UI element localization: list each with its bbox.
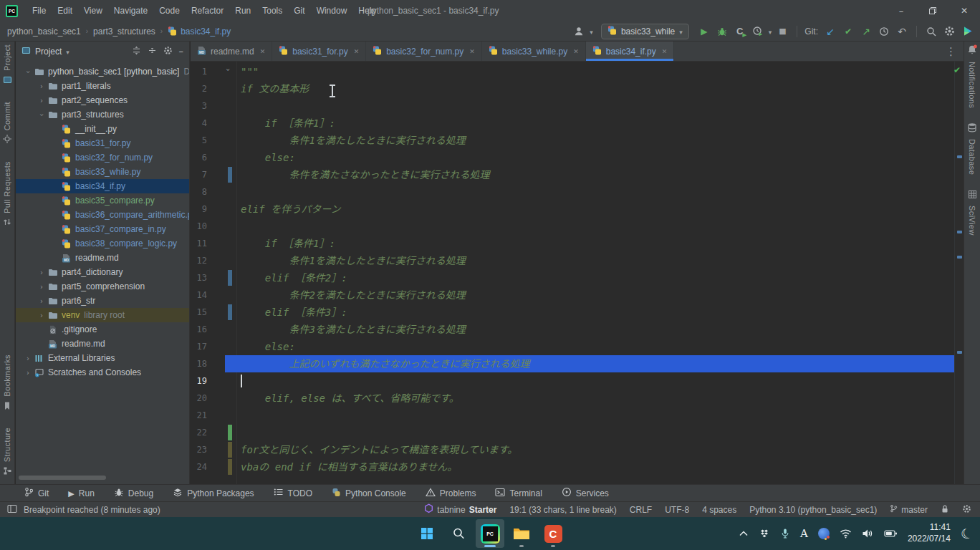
tree-item-basic34-if-py[interactable]: basic34_if.py <box>16 179 189 193</box>
rollback-button[interactable]: ↶ <box>895 24 909 39</box>
editor-line-5[interactable]: 5 条件1を満たしたときに実行される処理 <box>191 132 954 149</box>
tree-item-basic36-compare-arithmetic-py[interactable]: basic36_compare_arithmetic.py <box>16 208 189 222</box>
toolwindow-services[interactable]: Services <box>562 487 609 499</box>
line-number[interactable]: 14 <box>191 286 207 304</box>
editor-line-13[interactable]: 13 elif ［条件2］: <box>191 269 954 286</box>
tool-stripe-pull-requests[interactable]: Pull Requests <box>3 161 11 230</box>
taskbar-file-explorer[interactable] <box>507 519 536 548</box>
line-number[interactable]: 12 <box>191 252 207 269</box>
tree-chevron-icon[interactable]: › <box>37 111 47 119</box>
tree-item-basic33-while-py[interactable]: basic33_while.py <box>16 165 189 179</box>
change-mark[interactable] <box>957 231 962 233</box>
editor-line-20[interactable]: 20 elif, else は、すべて、省略可能です。 <box>191 390 954 407</box>
toolwindow-run[interactable]: ▶Run <box>68 488 94 498</box>
toolwindow-todo[interactable]: TODO <box>274 488 312 498</box>
select-opened-file-button[interactable] <box>132 46 141 57</box>
tool-stripe-database[interactable]: Database <box>967 122 977 175</box>
coverage-button[interactable]: C▶ <box>733 24 747 39</box>
tree-chevron-icon[interactable]: › <box>23 354 33 362</box>
tree-item-part5-comprehension[interactable]: ›part5_comprehension <box>16 279 189 294</box>
menu-window[interactable]: Window <box>311 3 353 19</box>
update-project-button[interactable]: ↙ <box>823 24 837 39</box>
collapse-all-button[interactable] <box>148 46 157 57</box>
tabnine-status[interactable]: tabnine Starter <box>424 503 496 516</box>
editor-line-22[interactable]: 22 <box>191 424 954 441</box>
line-number[interactable]: 6 <box>191 149 207 166</box>
tree-item-part1-literals[interactable]: ›part1_literals <box>16 79 189 93</box>
tab-close-icon[interactable]: ✕ <box>573 48 579 55</box>
tree-item-readme-md[interactable]: MDreadme.md <box>16 251 189 265</box>
breadcrumb-item-part3-structures[interactable]: part3_structures <box>93 26 155 37</box>
toolwindow-problems[interactable]: Problems <box>426 488 476 499</box>
line-number[interactable]: 20 <box>191 390 207 407</box>
browser-sphere-icon[interactable] <box>818 528 830 539</box>
menu-tools[interactable]: Tools <box>256 3 288 19</box>
close-button[interactable]: ✕ <box>948 0 980 21</box>
tree-chevron-icon[interactable]: › <box>37 269 47 276</box>
taskbar-clock[interactable]: 11:41 2022/07/14 <box>908 522 951 544</box>
inspections-ok-icon[interactable]: ✔ <box>953 65 961 75</box>
line-number[interactable]: 7 <box>191 166 207 183</box>
line-number[interactable]: 2 <box>191 80 207 97</box>
tree-chevron-icon[interactable]: › <box>23 68 33 76</box>
run-configuration-select[interactable]: basic33_while ▾ <box>601 24 689 39</box>
tree-chevron-icon[interactable]: › <box>37 283 47 291</box>
editor-line-4[interactable]: 4 if ［条件1］: <box>191 115 954 132</box>
tree-item-basic38-compare-logic-py[interactable]: basic38_compare_logic.py <box>16 236 189 251</box>
change-mark[interactable] <box>957 256 962 259</box>
status-file-encoding[interactable]: UTF-8 <box>665 505 689 515</box>
line-number[interactable]: 24 <box>191 458 207 476</box>
menu-edit[interactable]: Edit <box>52 3 78 19</box>
change-mark[interactable] <box>957 155 962 158</box>
change-mark[interactable] <box>957 351 962 354</box>
wifi-icon[interactable] <box>840 529 852 539</box>
taskbar-start[interactable] <box>413 519 441 548</box>
editor-line-24[interactable]: 24vbaの end if に相当する言葉はありません。 <box>191 458 954 476</box>
plugin-logo-icon[interactable] <box>960 24 974 39</box>
tree-item-scratches-and-consoles[interactable]: ›Scratches and Consoles <box>16 365 189 380</box>
editor-line-9[interactable]: 9elif を伴うパターン <box>191 201 954 218</box>
editor-line-21[interactable]: 21 <box>191 407 954 424</box>
line-number[interactable]: 4 <box>191 115 207 132</box>
dropbox-icon[interactable] <box>759 529 770 539</box>
editor-line-8[interactable]: 8 <box>191 183 954 201</box>
menu-git[interactable]: Git <box>288 3 310 19</box>
status-line-separator[interactable]: CRLF <box>630 505 652 515</box>
line-number[interactable]: 22 <box>191 424 207 441</box>
tab-basic32-for-num-py[interactable]: basic32_for_num.py✕ <box>366 42 482 61</box>
line-number[interactable]: 11 <box>191 235 207 252</box>
toolwindow-python-console[interactable]: Python Console <box>332 488 406 499</box>
line-number[interactable]: 3 <box>191 97 207 115</box>
tool-stripe-bookmarks[interactable]: Bookmarks <box>3 354 11 413</box>
editor-line-3[interactable]: 3 <box>191 97 954 115</box>
line-number[interactable]: 23 <box>191 441 207 458</box>
tab-close-icon[interactable]: ✕ <box>469 48 475 55</box>
line-number[interactable]: 15 <box>191 304 207 321</box>
tool-stripe-project[interactable]: Project <box>3 44 12 87</box>
line-number[interactable]: 8 <box>191 183 207 201</box>
editor-line-10[interactable]: 10 <box>191 218 954 235</box>
mic-icon[interactable] <box>780 528 790 539</box>
tree-item-init-py[interactable]: __init__.py <box>16 122 189 136</box>
tab-basic33-while-py[interactable]: basic33_while.py✕ <box>482 42 586 61</box>
line-number[interactable]: 13 <box>191 269 207 286</box>
line-number[interactable]: 18 <box>191 355 207 372</box>
push-button[interactable]: ↗ <box>859 24 873 39</box>
run-button[interactable]: ▶ <box>697 24 711 39</box>
taskbar-pycharm[interactable]: PC <box>476 519 504 548</box>
menu-view[interactable]: View <box>78 3 108 19</box>
tree-item-readme-md[interactable]: MDreadme.md <box>16 337 189 351</box>
editor-line-16[interactable]: 16 条件3を満たしたときに実行される処理 <box>191 321 954 338</box>
stop-button[interactable]: ■ <box>775 24 789 39</box>
taskbar-search[interactable] <box>444 519 473 548</box>
editor-line-12[interactable]: 12 条件1を満たしたときに実行される処理 <box>191 252 954 269</box>
tab-basic31-for-py[interactable]: basic31_for.py✕ <box>272 42 366 61</box>
tree-item-part3-structures[interactable]: ›part3_structures <box>16 107 189 122</box>
menu-navigate[interactable]: Navigate <box>108 3 153 19</box>
status-indent-style[interactable]: 4 spaces <box>702 505 736 515</box>
toolwindow-terminal[interactable]: Terminal <box>495 488 542 499</box>
editor-line-2[interactable]: 2if 文の基本形 <box>191 80 954 97</box>
breadcrumb-item-basic34-if-py[interactable]: basic34_if.py <box>168 26 231 37</box>
user-menu-button[interactable] <box>572 24 586 39</box>
tree-item-python-basic-sec1-python-basic[interactable]: ›python_basic_sec1 [python_basic]D:\ <box>16 64 189 79</box>
